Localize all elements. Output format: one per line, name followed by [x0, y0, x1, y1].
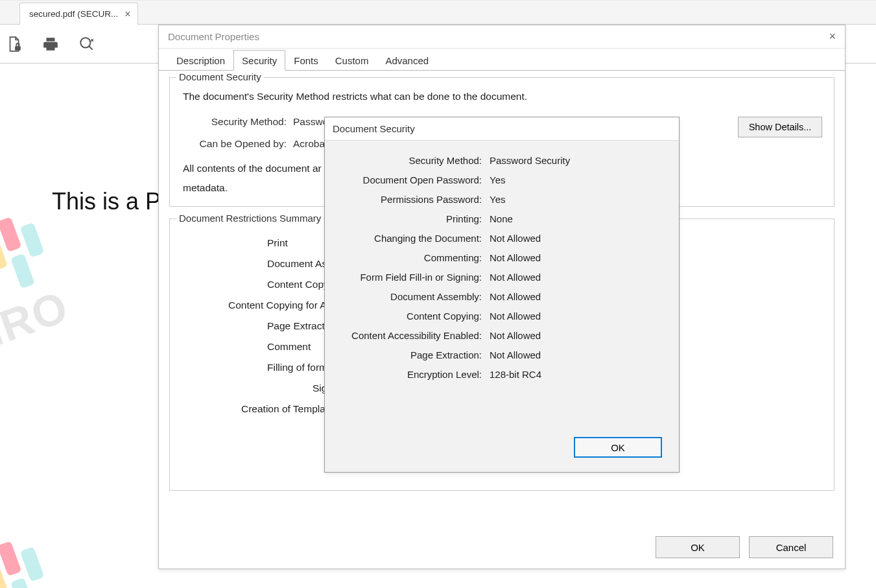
file-lock-icon[interactable] — [5, 35, 23, 53]
document-tabs: secured.pdf (SECUR... × — [0, 0, 876, 25]
svg-rect-5 — [10, 253, 35, 289]
security-row: Document Open Password:Yes — [340, 174, 663, 185]
svg-rect-3 — [0, 217, 21, 252]
group-legend: Document Security — [176, 71, 264, 82]
svg-rect-2 — [0, 235, 8, 271]
svg-rect-9 — [20, 547, 45, 582]
watermark-icon: IRO — [0, 151, 154, 367]
document-tab[interactable]: secured.pdf (SECUR... × — [19, 3, 138, 25]
security-row: Document Assembly:Not Allowed — [340, 291, 663, 302]
security-row-value: Yes — [490, 194, 663, 205]
security-row: Encryption Level:128-bit RC4 — [340, 369, 663, 380]
print-icon[interactable] — [41, 35, 60, 53]
security-row-value: Yes — [490, 174, 663, 185]
tab-security[interactable]: Security — [233, 50, 285, 71]
security-row-value: Not Allowed — [490, 252, 663, 263]
dialog-title: Document Security — [325, 117, 679, 141]
zoom-icon[interactable] — [78, 35, 96, 53]
svg-rect-8 — [0, 541, 21, 576]
security-row-value: 128-bit RC4 — [490, 369, 663, 380]
security-row-value: Not Allowed — [490, 291, 663, 302]
security-row: Commenting:Not Allowed — [340, 252, 663, 263]
security-row-label: Printing: — [340, 213, 490, 224]
security-row-label: Permissions Password: — [340, 194, 490, 205]
security-row: Changing the Document:Not Allowed — [340, 233, 663, 244]
svg-rect-10 — [10, 578, 35, 588]
security-row: Permissions Password:Yes — [340, 194, 663, 205]
opened-by-value: Acrobat — [293, 138, 327, 150]
security-row: Content Copying:Not Allowed — [340, 311, 663, 322]
security-row-label: Document Assembly: — [340, 291, 490, 302]
security-method-label: Security Method: — [183, 116, 287, 128]
ok-button[interactable]: OK — [656, 536, 740, 558]
security-row-label: Content Copying: — [340, 311, 490, 322]
security-row-value: None — [490, 213, 663, 224]
dialog-buttons: OK Cancel — [656, 536, 833, 558]
security-row: Security Method:Password Security — [340, 155, 663, 166]
security-intro: The document's Security Method restricts… — [183, 87, 821, 106]
security-row: Page Extraction:Not Allowed — [340, 349, 663, 360]
dialog-title: Document Properties — [168, 31, 259, 42]
security-row-label: Commenting: — [340, 252, 490, 263]
tab-advanced[interactable]: Advanced — [377, 50, 437, 70]
svg-rect-7 — [0, 559, 8, 588]
close-tab-icon[interactable]: × — [124, 8, 130, 20]
security-row: Content Accessibility Enabled:Not Allowe… — [340, 330, 663, 341]
dialog-titlebar: Document Properties × — [159, 25, 845, 49]
security-row-label: Form Field Fill-in or Signing: — [340, 272, 490, 283]
security-details-body: Security Method:Password SecurityDocumen… — [325, 141, 679, 472]
security-row-value: Not Allowed — [490, 349, 663, 360]
document-tab-title: secured.pdf (SECUR... — [29, 9, 118, 19]
security-row-value: Not Allowed — [490, 272, 663, 283]
security-row: Printing:None — [340, 213, 663, 224]
ok-button[interactable]: OK — [574, 437, 662, 458]
security-row-label: Content Accessibility Enabled: — [340, 330, 490, 341]
cancel-button[interactable]: Cancel — [749, 536, 833, 558]
security-row-label: Page Extraction: — [340, 349, 490, 360]
show-details-button[interactable]: Show Details... — [738, 117, 822, 137]
tab-description[interactable]: Description — [168, 50, 233, 70]
document-security-dialog: Document Security Security Method:Passwo… — [324, 117, 680, 473]
watermark-icon: IRO — [0, 475, 154, 588]
svg-rect-4 — [20, 222, 45, 258]
security-row-label: Document Open Password: — [340, 174, 490, 185]
security-row-value: Not Allowed — [490, 233, 663, 244]
tab-custom[interactable]: Custom — [327, 50, 377, 70]
svg-text:IRO: IRO — [0, 281, 75, 355]
tab-fonts[interactable]: Fonts — [285, 50, 327, 70]
security-row-label: Security Method: — [340, 155, 490, 166]
opened-by-label: Can be Opened by: — [183, 138, 287, 150]
security-row-value: Password Security — [490, 155, 663, 166]
close-icon[interactable]: × — [829, 30, 836, 43]
security-row-label: Changing the Document: — [340, 233, 490, 244]
security-row-value: Not Allowed — [490, 330, 663, 341]
security-row-label: Encryption Level: — [340, 369, 490, 380]
properties-tabs: Description Security Fonts Custom Advanc… — [159, 49, 845, 71]
svg-point-1 — [80, 38, 90, 47]
security-row-value: Not Allowed — [490, 311, 663, 322]
group-legend: Document Restrictions Summary — [176, 213, 324, 224]
svg-rect-0 — [15, 46, 21, 51]
security-row: Form Field Fill-in or Signing:Not Allowe… — [340, 272, 663, 283]
